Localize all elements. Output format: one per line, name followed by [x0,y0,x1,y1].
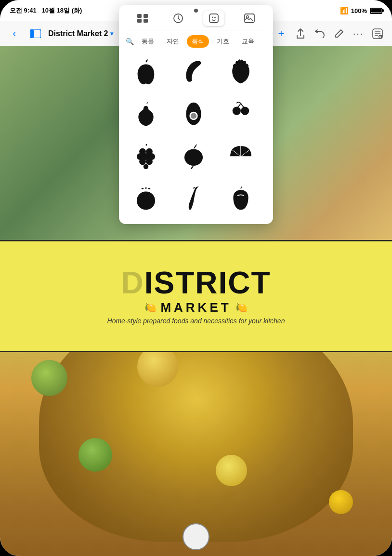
svg-rect-14 [144,19,148,23]
apple-icon [133,59,158,84]
emoji-banana[interactable] [174,53,213,91]
svg-point-24 [241,106,249,115]
svg-point-34 [137,191,155,210]
popup-tab-bar [125,11,267,30]
svg-rect-1 [30,29,34,38]
svg-point-18 [214,17,216,18]
emoji-tomato[interactable] [127,180,165,218]
emoji-strawberry[interactable] [222,53,260,91]
strawberry-icon [228,59,253,84]
battery-icon [370,8,382,14]
battery-fill [371,9,381,13]
emoji-right: 🍋 [235,302,248,313]
more-icon: ··· [353,28,364,39]
undo-icon [315,29,325,38]
more-button[interactable]: ··· [350,25,367,42]
notes-button[interactable]: R [369,25,386,42]
emoji-orange-slice[interactable] [222,137,260,176]
home-button[interactable] [183,523,209,550]
sidebar-icon [30,29,41,38]
banner-subtitle-row: 🍋 MARKET 🍋 [144,300,247,315]
cat-symbols[interactable]: 기호 [212,35,234,48]
document-title: District Market 2 [48,29,108,38]
emoji-left: 🍋 [144,302,157,313]
grapes-icon [133,144,158,169]
emoji-lemon[interactable] [174,137,213,176]
status-time: 오전 9:41 10월 18일 (화) [10,6,82,15]
svg-point-32 [144,164,148,169]
share-button[interactable] [292,25,309,42]
notes-icon: R [372,28,383,39]
emoji-avocado[interactable] [174,95,213,133]
chili-icon [181,186,206,212]
banner-title-text: DISTRICT [121,267,271,298]
banner-tagline: Home-style prepared foods and necessitie… [107,317,285,325]
title-remaining: ISTRICT [144,265,271,300]
tab-grid[interactable] [132,11,153,26]
category-filter-row: 🔍 동물 자연 음식 기호 교육 [125,35,267,48]
emoji-chili[interactable] [174,180,213,218]
svg-point-30 [139,158,146,165]
pencil-button[interactable] [330,25,348,42]
search-icon-btn[interactable]: 🔍 [126,38,134,45]
tab-recent[interactable] [168,11,189,26]
emoji-apple[interactable] [127,53,165,91]
orange-slice-icon [228,144,253,169]
cherries-icon [228,102,253,127]
market-text: MARKET [160,300,231,315]
lemon-icon [181,144,206,169]
undo-button[interactable] [311,25,328,42]
svg-text:R: R [379,36,382,39]
emoji-bell-pepper[interactable] [222,180,260,218]
toolbar-right-actions: + ··· [253,25,386,42]
svg-point-22 [191,113,196,119]
emoji-pear[interactable] [127,95,165,133]
bell-pepper-icon [228,186,253,212]
title-partial: D [121,265,144,300]
sticker-icon [209,13,219,24]
add-button[interactable]: + [273,25,290,42]
grid-icon [137,14,148,23]
emoji-icon-grid [125,53,267,218]
cat-animals[interactable]: 동물 [137,35,159,48]
wifi-icon: 📶 [340,7,348,14]
tab-sticker[interactable] [203,11,224,26]
time-display: 오전 9:41 [10,7,37,14]
tomato-icon [133,186,158,212]
tab-image[interactable] [239,11,260,26]
battery-percent: 100% [351,7,367,14]
pencil-icon [334,29,344,39]
back-button[interactable]: ‹ [6,25,23,42]
svg-point-33 [184,149,203,166]
top-sensor [194,9,198,13]
back-icon: ‹ [13,27,16,40]
sidebar-button[interactable] [27,25,44,42]
svg-rect-11 [137,14,142,18]
clock-icon [173,13,183,24]
image-icon [244,13,255,23]
device-frame: 오전 9:41 10월 18일 (화) 📶 100% ‹ [0,0,392,556]
svg-rect-13 [137,19,142,23]
cat-food[interactable]: 음식 [187,35,209,48]
emoji-grapes[interactable] [127,137,165,176]
svg-point-23 [233,106,241,115]
svg-point-31 [146,158,153,165]
date-display: 10월 18일 (화) [41,7,82,14]
avocado-icon [181,102,206,127]
svg-rect-16 [209,14,218,23]
add-icon: + [278,27,285,40]
cat-nature[interactable]: 자연 [162,35,184,48]
pear-icon [133,102,158,127]
emoji-picker-popup: 🔍 동물 자연 음식 기호 교육 [119,5,273,224]
share-icon [296,28,305,39]
banana-icon [181,59,206,84]
svg-point-17 [212,17,213,18]
emoji-cherries[interactable] [222,95,260,133]
svg-rect-12 [144,14,148,18]
yellow-banner: DISTRICT 🍋 MARKET 🍋 Home-style prepared … [0,240,392,352]
cat-education[interactable]: 교육 [237,35,259,48]
title-chevron-icon: ▾ [110,30,113,37]
status-right: 📶 100% [340,7,382,14]
